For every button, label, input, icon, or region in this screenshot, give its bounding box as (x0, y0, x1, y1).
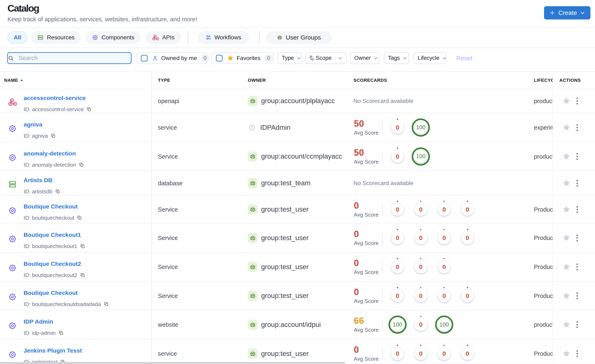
svg-text:?: ? (251, 126, 253, 129)
